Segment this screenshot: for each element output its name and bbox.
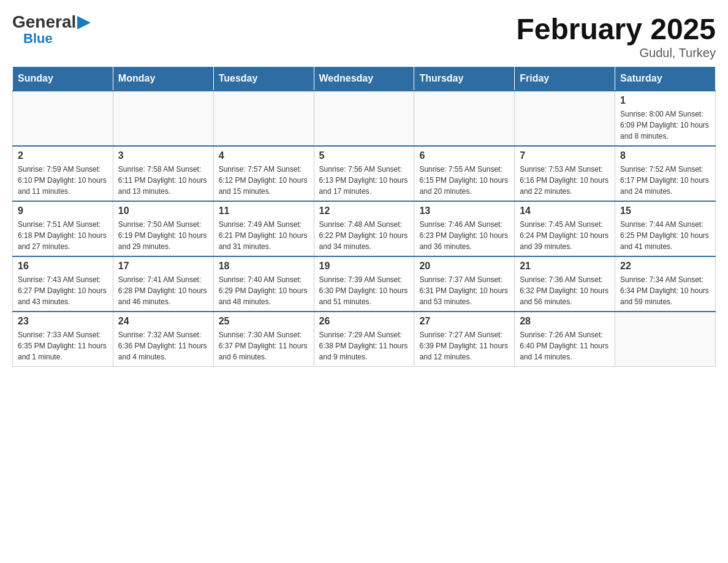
day-info: Sunrise: 7:30 AM Sunset: 6:37 PM Dayligh… (219, 329, 309, 362)
page-title: February 2025 (516, 12, 716, 46)
day-info: Sunrise: 7:58 AM Sunset: 6:11 PM Dayligh… (118, 164, 208, 197)
day-number: 9 (18, 205, 108, 216)
day-number: 15 (620, 205, 710, 216)
table-row: 8Sunrise: 7:52 AM Sunset: 6:17 PM Daylig… (615, 146, 716, 201)
day-info: Sunrise: 7:48 AM Sunset: 6:22 PM Dayligh… (319, 219, 409, 252)
table-row: 5Sunrise: 7:56 AM Sunset: 6:13 PM Daylig… (314, 146, 414, 201)
day-number: 12 (319, 205, 409, 216)
location-label: Gudul, Turkey (516, 46, 716, 60)
day-info: Sunrise: 7:59 AM Sunset: 6:10 PM Dayligh… (18, 164, 108, 197)
page-header: General Blue February 2025 Gudul, Turkey (12, 12, 716, 60)
day-info: Sunrise: 7:50 AM Sunset: 6:19 PM Dayligh… (118, 219, 208, 252)
table-row: 15Sunrise: 7:44 AM Sunset: 6:25 PM Dayli… (615, 201, 716, 256)
table-row: 27Sunrise: 7:27 AM Sunset: 6:39 PM Dayli… (414, 312, 515, 367)
day-info: Sunrise: 7:53 AM Sunset: 6:16 PM Dayligh… (520, 164, 610, 197)
calendar-table: Sunday Monday Tuesday Wednesday Thursday… (12, 66, 716, 367)
table-row: 28Sunrise: 7:26 AM Sunset: 6:40 PM Dayli… (515, 312, 615, 367)
day-info: Sunrise: 7:26 AM Sunset: 6:40 PM Dayligh… (520, 329, 610, 362)
day-info: Sunrise: 7:52 AM Sunset: 6:17 PM Dayligh… (620, 164, 710, 197)
day-info: Sunrise: 7:49 AM Sunset: 6:21 PM Dayligh… (219, 219, 309, 252)
header-saturday: Saturday (615, 67, 716, 91)
header-tuesday: Tuesday (213, 67, 314, 91)
table-row: 25Sunrise: 7:30 AM Sunset: 6:37 PM Dayli… (213, 312, 314, 367)
day-info: Sunrise: 7:36 AM Sunset: 6:32 PM Dayligh… (520, 274, 610, 307)
day-number: 26 (319, 316, 409, 327)
day-number: 5 (319, 150, 409, 161)
table-row (414, 91, 515, 146)
day-info: Sunrise: 7:55 AM Sunset: 6:15 PM Dayligh… (419, 164, 509, 197)
day-info: Sunrise: 7:44 AM Sunset: 6:25 PM Dayligh… (620, 219, 710, 252)
table-row (113, 91, 213, 146)
day-number: 2 (18, 150, 108, 161)
day-number: 16 (18, 261, 108, 272)
logo-triangle-icon (77, 16, 91, 29)
calendar-week-row: 2Sunrise: 7:59 AM Sunset: 6:10 PM Daylig… (13, 146, 716, 201)
day-number: 21 (520, 261, 610, 272)
table-row: 6Sunrise: 7:55 AM Sunset: 6:15 PM Daylig… (414, 146, 515, 201)
day-info: Sunrise: 7:32 AM Sunset: 6:36 PM Dayligh… (118, 329, 208, 362)
table-row: 3Sunrise: 7:58 AM Sunset: 6:11 PM Daylig… (113, 146, 213, 201)
day-number: 28 (520, 316, 610, 327)
day-info: Sunrise: 7:27 AM Sunset: 6:39 PM Dayligh… (419, 329, 509, 362)
calendar-week-row: 23Sunrise: 7:33 AM Sunset: 6:35 PM Dayli… (13, 312, 716, 367)
day-info: Sunrise: 7:57 AM Sunset: 6:12 PM Dayligh… (219, 164, 309, 197)
day-info: Sunrise: 7:43 AM Sunset: 6:27 PM Dayligh… (18, 274, 108, 307)
day-number: 25 (219, 316, 309, 327)
logo-blue: Blue (23, 31, 53, 46)
day-number: 24 (118, 316, 208, 327)
day-info: Sunrise: 7:41 AM Sunset: 6:28 PM Dayligh… (118, 274, 208, 307)
day-number: 7 (520, 150, 610, 161)
table-row (13, 91, 113, 146)
table-row: 11Sunrise: 7:49 AM Sunset: 6:21 PM Dayli… (213, 201, 314, 256)
day-number: 18 (219, 261, 309, 272)
table-row (515, 91, 615, 146)
table-row: 24Sunrise: 7:32 AM Sunset: 6:36 PM Dayli… (113, 312, 213, 367)
table-row: 18Sunrise: 7:40 AM Sunset: 6:29 PM Dayli… (213, 256, 314, 312)
table-row: 23Sunrise: 7:33 AM Sunset: 6:35 PM Dayli… (13, 312, 113, 367)
header-monday: Monday (113, 67, 213, 91)
day-info: Sunrise: 7:51 AM Sunset: 6:18 PM Dayligh… (18, 219, 108, 252)
day-info: Sunrise: 7:46 AM Sunset: 6:23 PM Dayligh… (419, 219, 509, 252)
day-number: 10 (118, 205, 208, 216)
day-info: Sunrise: 7:40 AM Sunset: 6:29 PM Dayligh… (219, 274, 309, 307)
table-row (615, 312, 716, 367)
day-number: 6 (419, 150, 509, 161)
table-row: 4Sunrise: 7:57 AM Sunset: 6:12 PM Daylig… (213, 146, 314, 201)
day-number: 3 (118, 150, 208, 161)
header-sunday: Sunday (13, 67, 113, 91)
table-row: 20Sunrise: 7:37 AM Sunset: 6:31 PM Dayli… (414, 256, 515, 312)
table-row (213, 91, 314, 146)
day-number: 19 (319, 261, 409, 272)
calendar-week-row: 16Sunrise: 7:43 AM Sunset: 6:27 PM Dayli… (13, 256, 716, 312)
calendar-week-row: 9Sunrise: 7:51 AM Sunset: 6:18 PM Daylig… (13, 201, 716, 256)
table-row: 12Sunrise: 7:48 AM Sunset: 6:22 PM Dayli… (314, 201, 414, 256)
table-row: 10Sunrise: 7:50 AM Sunset: 6:19 PM Dayli… (113, 201, 213, 256)
table-row: 22Sunrise: 7:34 AM Sunset: 6:34 PM Dayli… (615, 256, 716, 312)
logo-general: General (12, 12, 76, 32)
day-number: 13 (419, 205, 509, 216)
day-number: 14 (520, 205, 610, 216)
table-row: 14Sunrise: 7:45 AM Sunset: 6:24 PM Dayli… (515, 201, 615, 256)
day-info: Sunrise: 7:34 AM Sunset: 6:34 PM Dayligh… (620, 274, 710, 307)
day-number: 4 (219, 150, 309, 161)
table-row: 16Sunrise: 7:43 AM Sunset: 6:27 PM Dayli… (13, 256, 113, 312)
day-info: Sunrise: 7:33 AM Sunset: 6:35 PM Dayligh… (18, 329, 108, 362)
svg-marker-0 (77, 16, 91, 29)
day-info: Sunrise: 7:56 AM Sunset: 6:13 PM Dayligh… (319, 164, 409, 197)
title-block: February 2025 Gudul, Turkey (516, 12, 716, 60)
table-row: 2Sunrise: 7:59 AM Sunset: 6:10 PM Daylig… (13, 146, 113, 201)
day-info: Sunrise: 7:45 AM Sunset: 6:24 PM Dayligh… (520, 219, 610, 252)
calendar-header-row: Sunday Monday Tuesday Wednesday Thursday… (13, 67, 716, 91)
day-number: 17 (118, 261, 208, 272)
calendar-week-row: 1Sunrise: 8:00 AM Sunset: 6:09 PM Daylig… (13, 91, 716, 146)
day-number: 11 (219, 205, 309, 216)
day-number: 23 (18, 316, 108, 327)
day-info: Sunrise: 7:39 AM Sunset: 6:30 PM Dayligh… (319, 274, 409, 307)
header-wednesday: Wednesday (314, 67, 414, 91)
day-number: 22 (620, 261, 710, 272)
day-info: Sunrise: 7:29 AM Sunset: 6:38 PM Dayligh… (319, 329, 409, 362)
table-row: 26Sunrise: 7:29 AM Sunset: 6:38 PM Dayli… (314, 312, 414, 367)
table-row: 17Sunrise: 7:41 AM Sunset: 6:28 PM Dayli… (113, 256, 213, 312)
day-number: 1 (620, 95, 710, 106)
day-number: 8 (620, 150, 710, 161)
